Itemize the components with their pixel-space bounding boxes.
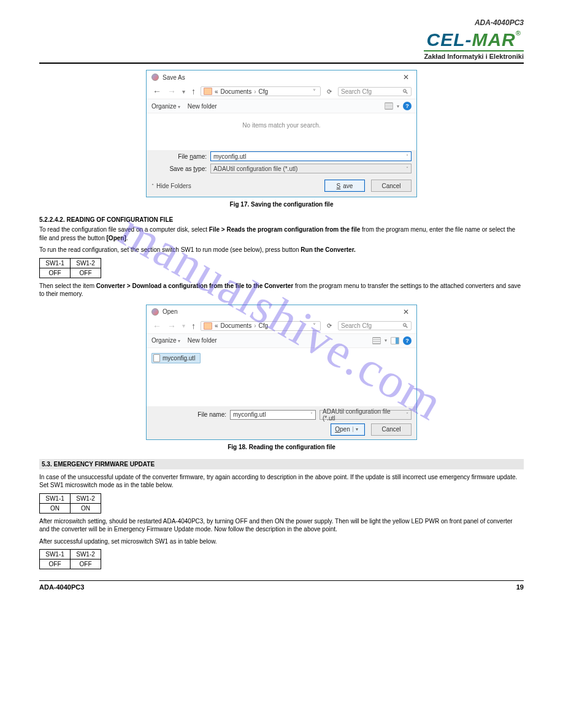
- help-icon[interactable]: ?: [403, 336, 412, 345]
- filename-value: myconfig.utl: [213, 153, 246, 160]
- app-icon: [151, 308, 159, 316]
- filename-value: myconfig.utl: [233, 411, 266, 418]
- sw1-1-val: OFF: [40, 559, 71, 569]
- save-button[interactable]: Save: [324, 180, 365, 192]
- logo-text: CEL-MAR®: [424, 29, 524, 50]
- breadcrumb[interactable]: « Documents › Cfg ˅: [201, 321, 321, 331]
- sw1-1-hd: SW1-1: [40, 550, 71, 559]
- read-para-2: To run the read configuration, set the s…: [39, 246, 524, 254]
- file-area: No items match your search.: [147, 113, 416, 150]
- open-titlebar: Open ✕: [147, 305, 416, 319]
- back-icon[interactable]: ←: [151, 86, 163, 96]
- bc-documents[interactable]: Documents: [221, 88, 252, 95]
- logo-mar: MAR: [472, 29, 515, 50]
- forward-icon[interactable]: →: [166, 86, 177, 96]
- close-icon[interactable]: ✕: [400, 73, 412, 82]
- cancel-button[interactable]: Cancel: [371, 423, 412, 436]
- close-icon[interactable]: ✕: [400, 308, 412, 316]
- saveastype-select[interactable]: ADAUtil configuration file (*.utl) ˅: [210, 164, 412, 173]
- brand-logo: CEL-MAR® Zakład Informatyki i Elektronik…: [424, 29, 524, 60]
- saveas-toolbar: Organize New folder ▾ ?: [147, 99, 416, 113]
- open-button[interactable]: Open ▾: [331, 423, 365, 436]
- registered-icon: ®: [516, 29, 521, 37]
- search-placeholder: Search Cfg: [341, 88, 372, 95]
- app-icon: [151, 74, 159, 81]
- cancel-button[interactable]: Cancel: [371, 180, 412, 192]
- open-split-dropdown-icon[interactable]: ▾: [353, 427, 361, 432]
- read-para-3: Then select the item Converter > Downloa…: [39, 282, 524, 298]
- bc-cfg[interactable]: Cfg: [258, 88, 268, 95]
- emerg-para-1: In case of the unsuccessful update of th…: [39, 473, 524, 490]
- up-icon[interactable]: ↑: [190, 321, 197, 331]
- chevron-down-icon[interactable]: ˅: [404, 412, 408, 417]
- sw1-2-hd: SW1-2: [71, 493, 101, 503]
- filename-input[interactable]: myconfig.utl ˅: [230, 410, 316, 420]
- sw-table-2: SW1-1SW1-2 ONON: [39, 493, 101, 514]
- filename-input[interactable]: myconfig.utl ˅: [210, 151, 412, 161]
- search-placeholder: Search Cfg: [341, 322, 372, 329]
- view-dropdown-icon[interactable]: ▾: [397, 104, 399, 109]
- chevron-down-icon[interactable]: ˅: [404, 154, 408, 159]
- sw1-1-hd: SW1-1: [40, 493, 71, 503]
- sw1-1-hd: SW1-1: [40, 258, 71, 268]
- logo-dash: -: [465, 29, 472, 50]
- footer-rule: [39, 580, 524, 581]
- organize-button[interactable]: Organize: [151, 103, 180, 110]
- view-dropdown-icon[interactable]: ▾: [385, 338, 387, 343]
- empty-message: No items match your search.: [242, 122, 320, 129]
- emerg-para-2a: After microswitch setting, should be res…: [39, 517, 524, 534]
- forward-icon[interactable]: →: [166, 321, 177, 331]
- newfolder-button[interactable]: New folder: [188, 103, 217, 110]
- search-icon: 🔍︎: [402, 322, 408, 329]
- chevron-down-icon[interactable]: ˅: [311, 322, 318, 329]
- sw1-2-val: OFF: [71, 268, 101, 278]
- sw1-1-val: ON: [40, 503, 71, 513]
- filename-label: File name:: [151, 153, 207, 160]
- chevron-down-icon[interactable]: ˅: [308, 412, 313, 417]
- chevron-right-icon: ›: [254, 88, 256, 95]
- filename-row: File name: myconfig.utl ˅: [147, 150, 416, 162]
- preview-pane-icon[interactable]: [391, 337, 399, 344]
- back-icon[interactable]: ←: [151, 321, 163, 331]
- bc-documents[interactable]: Documents: [221, 322, 252, 329]
- hide-folders-toggle[interactable]: ˄ Hide Folders: [151, 183, 191, 189]
- chevron-down-icon[interactable]: ˅: [311, 88, 318, 95]
- open-dialog: Open ✕ ← → ▾ ↑ « Documents › Cfg ˅ ⟳ Sea…: [146, 305, 417, 440]
- help-icon[interactable]: ?: [403, 102, 412, 110]
- section-heading-read: 5.2.2.4.2. READING OF CONFIGURATION FILE: [39, 216, 524, 223]
- folder-icon: [204, 88, 212, 95]
- saveas-titlebar: Save As ✕: [147, 70, 416, 84]
- breadcrumb[interactable]: « Documents › Cfg ˅: [201, 86, 321, 96]
- file-item[interactable]: myconfig.utl: [151, 353, 201, 363]
- sw1-1-val: OFF: [40, 268, 71, 278]
- bc-prefix: «: [215, 322, 218, 329]
- newfolder-button[interactable]: New folder: [188, 337, 217, 344]
- recent-dropdown-icon[interactable]: ▾: [181, 322, 186, 329]
- logo-cel: CEL: [426, 29, 465, 50]
- refresh-icon[interactable]: ⟳: [324, 322, 334, 329]
- filetype-select[interactable]: ADAUtil configuration file (*.utl ˅: [320, 410, 412, 420]
- saveas-button-row: ˄ Hide Folders Save Cancel: [147, 175, 416, 197]
- chevron-up-icon: ˄: [151, 183, 154, 189]
- bc-cfg[interactable]: Cfg: [258, 322, 268, 329]
- sw1-2-val: ON: [71, 503, 101, 513]
- refresh-icon[interactable]: ⟳: [324, 88, 334, 95]
- read-para-1: To read the configuration file saved on …: [39, 226, 524, 242]
- save-as-dialog: Save As ✕ ← → ▾ ↑ « Documents › Cfg ˅ ⟳ …: [146, 70, 417, 197]
- view-icon[interactable]: [372, 337, 381, 344]
- figure-caption-18: Fig 18. Reading the configuration file: [39, 444, 524, 450]
- chevron-down-icon[interactable]: ˅: [404, 166, 408, 172]
- search-input[interactable]: Search Cfg 🔍︎: [338, 321, 412, 330]
- sw1-2-hd: SW1-2: [71, 550, 101, 559]
- doc-title: ADA-4040PC3: [39, 18, 524, 27]
- up-icon[interactable]: ↑: [190, 86, 197, 96]
- saveastype-label: Save as type:: [151, 165, 207, 172]
- search-input[interactable]: Search Cfg 🔍︎: [338, 87, 412, 96]
- folder-icon: [204, 322, 212, 330]
- recent-dropdown-icon[interactable]: ▾: [181, 88, 186, 95]
- footer-page: 19: [516, 583, 524, 591]
- saveas-title: Save As: [163, 74, 185, 81]
- filetype-value: ADAUtil configuration file (*.utl: [323, 408, 404, 422]
- organize-button[interactable]: Organize: [151, 337, 180, 344]
- view-icon[interactable]: [385, 102, 393, 110]
